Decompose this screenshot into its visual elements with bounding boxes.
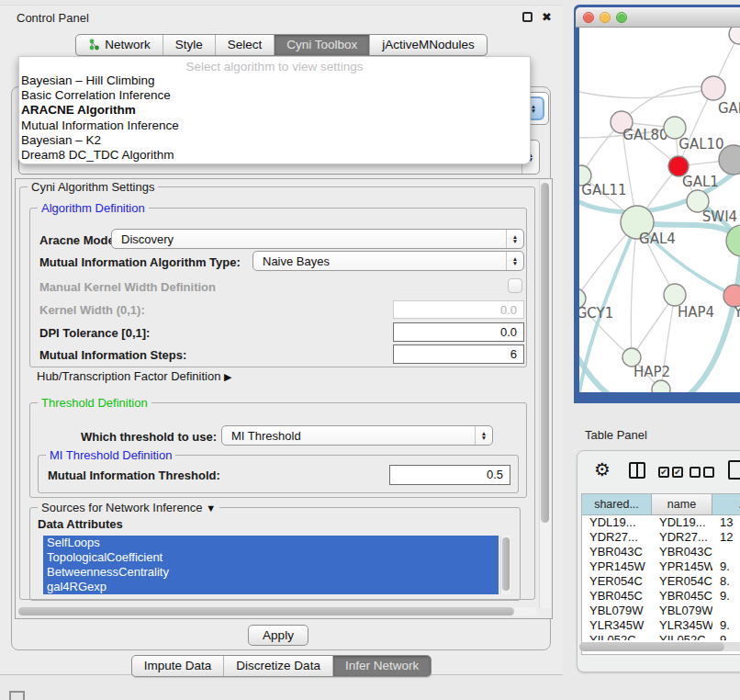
minimized-panel-icon[interactable] — [9, 691, 25, 700]
table-row[interactable]: YPR145WYPR145W9. — [582, 559, 740, 574]
network-node[interactable] — [729, 28, 740, 44]
attributes-scrollbar[interactable] — [500, 536, 510, 594]
tab-select[interactable]: Select — [215, 35, 275, 55]
table-cell: YDL19... — [582, 515, 652, 530]
table-toolbar: ⚙ ✔ ✔ — [577, 451, 740, 491]
tab-style[interactable]: Style — [163, 35, 215, 55]
mi-algorithm-type-label: Mutual Information Algorithm Type: — [39, 255, 241, 269]
tab-label: jActiveMNodules — [382, 38, 475, 51]
attribute-item[interactable]: gal4RGexp — [43, 580, 499, 594]
settings-vertical-scrollbar[interactable] — [539, 180, 551, 608]
algorithm-option[interactable]: Bayesian – K2 — [19, 133, 530, 148]
aracne-mode-select[interactable]: Discovery ▲▼ — [111, 229, 524, 249]
algorithm-option[interactable]: ARACNE Algorithm — [19, 103, 530, 118]
column-header[interactable]: A — [712, 494, 740, 515]
mutual-information-threshold-field[interactable]: 0.5 — [389, 465, 510, 485]
network-node[interactable] — [652, 380, 670, 392]
table-cell: YDL19... — [652, 515, 712, 530]
data-attributes-label: Data Attributes — [38, 517, 123, 531]
column-header[interactable]: name — [652, 494, 712, 515]
network-node-hap4[interactable] — [664, 284, 686, 306]
table-cell: YBR043C — [652, 545, 712, 559]
tab-infer-network[interactable]: Infer Network — [332, 656, 431, 676]
table-cell: YIL052C — [652, 633, 712, 640]
tab-label: Network — [105, 38, 151, 51]
table-row[interactable]: YDL19...YDL19...13 — [582, 515, 740, 530]
tab-jactivemnodules[interactable]: jActiveMNodules — [369, 35, 487, 55]
table-row[interactable]: YBR045CYBR045C9. — [582, 589, 740, 604]
node-label: HAP4 — [678, 304, 714, 321]
node-label: GAL — [718, 100, 740, 117]
which-threshold-value: MI Threshold — [222, 429, 301, 443]
mi-steps-field[interactable]: 6 — [393, 344, 524, 364]
network-edge[interactable] — [631, 222, 637, 357]
hub-transcription-expander[interactable]: Hub/Transcription Factor Definition ▶ — [37, 369, 231, 383]
node-label: GAL4 — [639, 231, 676, 247]
algorithm-option[interactable]: Bayesian – Hill Climbing — [19, 73, 530, 88]
minimize-window-icon[interactable] — [600, 12, 611, 23]
table-row[interactable]: YIL052CYIL052C9. — [582, 633, 740, 640]
table-row[interactable]: YER054CYER054C8. — [582, 574, 740, 589]
table-row[interactable]: YBR043CYBR043C — [582, 545, 740, 559]
algorithm-dropdown-placeholder: Select algorithm to view settings — [19, 57, 530, 73]
algorithm-option[interactable]: Dream8 DC_TDC Algorithm — [19, 148, 530, 163]
select-all-columns-icon[interactable]: ✔ — [658, 467, 669, 478]
algorithm-option[interactable]: Basic Correlation Inference — [19, 88, 530, 103]
manual-kernel-width-checkbox[interactable] — [508, 278, 522, 293]
apply-button[interactable]: Apply — [248, 625, 308, 646]
close-panel-icon[interactable]: ✖ — [542, 12, 552, 22]
tab-network[interactable]: Network — [76, 35, 163, 55]
attribute-item[interactable]: BetweennessCentrality — [43, 565, 499, 580]
network-node-gal[interactable] — [701, 76, 725, 100]
zoom-window-icon[interactable] — [616, 12, 627, 23]
table-row[interactable]: YBL079WYBL079W — [582, 604, 740, 618]
which-threshold-select[interactable]: MI Threshold ▲▼ — [221, 425, 493, 446]
table-cell: YBL079W — [582, 604, 652, 618]
select-all-columns-icon[interactable]: ✔ — [672, 467, 683, 478]
deselect-all-columns-icon[interactable] — [690, 467, 701, 478]
node-label: GAL80 — [622, 127, 667, 143]
node-label: Y — [733, 304, 740, 321]
network-window-titlebar[interactable] — [576, 7, 740, 28]
table-row[interactable]: YDR27...YDR27...12 — [582, 530, 740, 545]
combo-spinner-icon: ▲▼ — [506, 230, 523, 248]
aracne-mode-label: Aracne Mode: — [39, 233, 118, 247]
cyni-algorithm-settings-group: Cyni Algorithm Settings Algorithm Defini… — [19, 186, 535, 600]
network-edge[interactable] — [579, 88, 713, 98]
float-window-icon[interactable] — [522, 12, 533, 22]
data-attributes-list[interactable]: SelfLoopsTopologicalCoefficientBetweenne… — [43, 536, 499, 594]
deselect-all-columns-icon[interactable] — [703, 467, 714, 478]
attribute-item[interactable]: TopologicalCoefficient — [43, 550, 499, 565]
attribute-item[interactable]: SelfLoops — [43, 536, 499, 550]
table-header-row: shared...nameA — [582, 494, 740, 515]
split-view-icon[interactable] — [629, 462, 645, 479]
table-cell: YBR045C — [582, 589, 652, 604]
application-window: Control Panel ✖ NetworkStyleSelectCyni T… — [0, 0, 740, 700]
network-canvas[interactable]: GALGAL80GAL10GAL1GAL11SWI4GAL4GCY1HAP4YH… — [579, 28, 740, 392]
dpi-tolerance-field[interactable]: 0.0 — [393, 322, 524, 342]
settings-horizontal-scrollbar[interactable] — [17, 607, 537, 615]
cyni-bottom-tabs: Impute DataDiscretize DataInfer Network — [0, 655, 563, 677]
table-cell: 12 — [712, 530, 740, 545]
table-cell: 9. — [712, 559, 740, 574]
combo-spinner-icon: ▲▼ — [506, 252, 523, 270]
algorithm-option[interactable]: Mutual Information Inference — [19, 119, 530, 133]
kernel-width-field[interactable]: 0.0 — [393, 300, 524, 319]
table-cell: YBR043C — [582, 545, 652, 559]
tab-impute-data[interactable]: Impute Data — [132, 656, 224, 676]
node-label: GAL1 — [682, 174, 719, 190]
tab-discretize-data[interactable]: Discretize Data — [223, 656, 332, 676]
tab-cyni-toolbox[interactable]: Cyni Toolbox — [274, 35, 369, 55]
close-window-icon[interactable] — [583, 12, 594, 23]
column-header[interactable]: shared... — [582, 494, 652, 515]
document-icon[interactable] — [728, 460, 740, 480]
sources-expander[interactable]: Sources for Network Inference ▼ — [38, 501, 219, 514]
mi-algorithm-type-select[interactable]: Naive Bayes ▲▼ — [252, 251, 524, 271]
threshold-definition-title: Threshold Definition — [38, 396, 151, 410]
node-label: GAL10 — [678, 136, 723, 152]
expand-down-icon: ▼ — [206, 502, 216, 514]
table-row[interactable]: YLR345WYLR345W9. — [582, 618, 740, 633]
table-cell: YLR345W — [582, 618, 652, 633]
gear-icon[interactable]: ⚙ — [594, 458, 611, 480]
table-horizontal-scrollbar[interactable] — [579, 642, 740, 651]
